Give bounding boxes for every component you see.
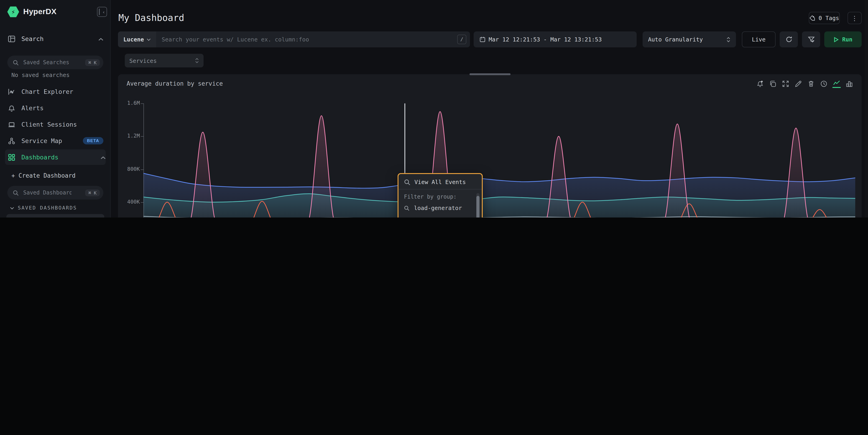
edit-icon[interactable]: [794, 80, 802, 88]
sidebar-item-search[interactable]: Search: [7, 32, 103, 45]
line-chart-toggle-icon[interactable]: [833, 80, 841, 88]
chart-context-popup: View All Events Filter by group: load-ge…: [398, 173, 483, 218]
granularity-select[interactable]: Auto Granularity: [643, 31, 736, 48]
saved-dashboards-input[interactable]: ⌘ K: [7, 186, 103, 199]
sidebar-item-label: Service Map: [22, 137, 62, 145]
event-search-bar: Lucene /: [118, 31, 470, 48]
view-all-events-button[interactable]: View All Events: [399, 174, 482, 189]
delete-icon[interactable]: [807, 80, 815, 88]
chevron-up-icon[interactable]: [98, 35, 103, 42]
tag-icon: [809, 15, 815, 21]
expand-icon[interactable]: [781, 80, 790, 88]
chart-title: Average duration by service: [127, 80, 223, 87]
date-range-picker[interactable]: Mar 12 12:21:53 - Mar 12 13:21:53: [474, 31, 637, 48]
sidebar-item-service-map[interactable]: Service Map BETA: [7, 134, 103, 148]
chart-explorer-icon: [7, 87, 16, 96]
saved-searches-input[interactable]: ⌘ K: [7, 56, 103, 69]
y-tick-mark: [141, 169, 144, 170]
filter-by-group-label: Filter by group:: [399, 189, 482, 202]
calendar-icon: [479, 36, 486, 42]
search-icon: [13, 59, 19, 65]
page-title: My Dashboard: [118, 12, 184, 23]
search-icon: [404, 205, 409, 211]
select-chevrons-icon: [726, 37, 731, 42]
y-tick-mark: [141, 103, 144, 104]
play-icon: [833, 37, 839, 42]
slash-shortcut-badge: /: [457, 35, 466, 44]
create-dashboard-button[interactable]: + Create Dashboard: [11, 172, 75, 179]
chevron-down-icon: [147, 38, 151, 41]
panel-drag-handle[interactable]: [469, 73, 510, 75]
service-map-icon: [7, 136, 16, 145]
dashboards-grid-icon: [7, 153, 16, 161]
sidebar-item-label: Chart Explorer: [22, 88, 73, 95]
duplicate-icon[interactable]: [769, 80, 777, 88]
y-axis-label: 1.6M: [113, 100, 140, 106]
app-root: ⚡ HyperDX ‹ Search ⌘ K No saved searches…: [0, 0, 868, 218]
hyperdx-logo-icon: ⚡: [7, 6, 19, 18]
shortcut-badge: ⌘ K: [85, 189, 100, 196]
filter-edit-icon: [808, 36, 814, 43]
search-icon: [13, 190, 19, 196]
brand: ⚡ HyperDX: [7, 6, 57, 18]
sidebar-item-label: Alerts: [22, 104, 44, 112]
search-icon: [404, 179, 410, 185]
search-results-icon: [7, 34, 16, 43]
dashboard-menu-button[interactable]: ⋮: [847, 12, 862, 24]
shortcut-badge: ⌘ K: [85, 59, 100, 66]
brand-name: HyperDX: [23, 7, 57, 17]
sidebar-item-label: Search: [22, 35, 44, 42]
event-search-input[interactable]: [156, 36, 457, 43]
chevron-up-icon[interactable]: [101, 154, 106, 161]
sidebar-item-label: Client Sessions: [22, 121, 77, 128]
run-button[interactable]: Run: [824, 31, 862, 48]
chevron-down-icon: [10, 207, 14, 209]
sidebar-item-label: Dashboards: [22, 154, 59, 161]
tags-button[interactable]: 0 Tags: [809, 12, 840, 24]
saved-dashboards-section[interactable]: SAVED DASHBOARDS: [10, 205, 77, 211]
sidebar-item-client-sessions[interactable]: Client Sessions: [7, 118, 103, 131]
y-axis-label: 800K: [113, 165, 140, 172]
sidebar-item-alerts[interactable]: Alerts: [7, 101, 103, 115]
filter-group-item[interactable]: frontend-proxy: [399, 214, 482, 218]
live-button[interactable]: Live: [742, 31, 776, 48]
laptop-icon: [7, 120, 16, 129]
panel-toolbar: [756, 80, 854, 88]
services-select[interactable]: Services: [125, 54, 204, 67]
page-scrollbar-track[interactable]: [865, 0, 868, 218]
filter-button[interactable]: [802, 31, 820, 48]
y-axis-label: 400K: [113, 198, 140, 205]
y-tick-mark: [141, 202, 144, 203]
refresh-icon: [785, 36, 792, 43]
beta-badge: BETA: [83, 137, 103, 145]
sidebar-item-my-dashboard[interactable]: My Dashboard: [6, 214, 104, 218]
history-icon[interactable]: [820, 80, 828, 88]
filter-group-item[interactable]: load-generator: [399, 202, 482, 214]
bar-chart-toggle-icon[interactable]: [845, 80, 854, 88]
filter-group-list: load-generatorfrontend-proxyadrecommenda…: [399, 202, 482, 218]
sidebar-item-dashboards[interactable]: Dashboards: [5, 149, 106, 165]
sidebar-collapse-icon[interactable]: ‹: [97, 7, 107, 17]
sidebar: ⚡ HyperDX ‹ Search ⌘ K No saved searches…: [0, 0, 111, 218]
y-tick-mark: [141, 136, 144, 137]
no-saved-searches-note: No saved searches: [11, 71, 70, 79]
sidebar-item-chart-explorer[interactable]: Chart Explorer: [7, 85, 103, 98]
y-axis-label: 1.2M: [113, 133, 140, 139]
select-chevrons-icon: [195, 58, 199, 63]
popup-scrollbar[interactable]: [476, 193, 479, 218]
refresh-button[interactable]: [780, 31, 798, 48]
bell-icon: [7, 104, 16, 112]
chart-average-duration[interactable]: [144, 103, 855, 218]
query-language-select[interactable]: Lucene: [118, 31, 156, 48]
alert-add-icon[interactable]: [756, 80, 764, 88]
